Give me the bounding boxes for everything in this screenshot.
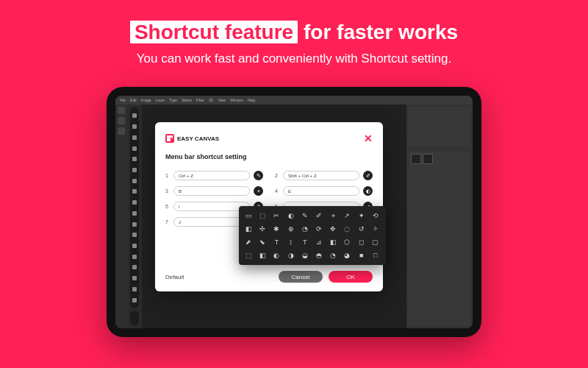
picker-tool-icon[interactable]: ◻ [356, 237, 367, 247]
picker-tool-icon[interactable]: ◐ [271, 250, 282, 261]
shortcut-row: 1 Ctrl + Z ✎ [165, 171, 263, 180]
tool-icon[interactable] [132, 168, 137, 172]
picker-tool-icon[interactable]: ✎ [300, 210, 310, 221]
tool-icon[interactable] [132, 113, 137, 118]
tool-icon[interactable] [132, 287, 137, 291]
row-number: 7 [165, 219, 170, 224]
menu-item[interactable]: Layer [156, 98, 165, 102]
tool-icon[interactable] [132, 146, 137, 151]
picker-tool-icon[interactable]: ◧ [328, 237, 338, 247]
tool-icon[interactable] [132, 265, 137, 269]
row-number: 2 [275, 173, 279, 178]
picker-tool-icon[interactable]: ◔ [328, 250, 338, 261]
tool-icon[interactable] [132, 200, 137, 205]
menu-item[interactable]: View [218, 98, 226, 102]
side-rail [115, 105, 127, 328]
shortcut-field[interactable]: Ctrl + Z [173, 171, 250, 180]
canvas-area: EASY CANVAS ✕ Menu bar shortcut setting … [142, 105, 406, 328]
cancel-button[interactable]: Cancel [279, 271, 323, 283]
menu-item[interactable]: Image [141, 98, 151, 102]
picker-tool-icon[interactable]: ◧ [257, 250, 268, 261]
menu-item[interactable]: File [120, 98, 126, 102]
tool-icon[interactable] [132, 179, 137, 183]
menu-item[interactable]: Help [248, 98, 255, 102]
tool-icon[interactable] [132, 298, 137, 302]
picker-tool-icon[interactable]: T [300, 237, 310, 247]
picker-tool-icon[interactable]: ⬈ [243, 237, 254, 247]
ok-button[interactable]: OK [329, 271, 373, 283]
picker-tool-icon[interactable]: ◕ [342, 250, 352, 261]
properties-panel[interactable] [409, 107, 470, 147]
picker-tool-icon[interactable]: ⬊ [257, 237, 268, 247]
picker-tool-icon[interactable]: ⌖ [328, 210, 338, 221]
tool-icon[interactable] [132, 233, 137, 237]
picker-tool-icon[interactable]: ▢ [370, 237, 381, 247]
shortcut-field[interactable]: B [173, 186, 250, 196]
app-menubar[interactable]: FileEditImageLayerTypeSelectFilter3DView… [115, 96, 473, 105]
picker-tool-icon[interactable]: ⟟ [286, 237, 296, 247]
picker-tool-icon[interactable]: ⬚ [257, 210, 268, 221]
picker-tool-icon[interactable]: ◓ [314, 250, 324, 261]
picker-tool-icon[interactable]: ◌ [342, 224, 352, 234]
tool-glyph-icon[interactable]: ✎ [254, 171, 263, 180]
picker-tool-icon[interactable]: ↗ [342, 210, 352, 221]
picker-tool-icon[interactable]: T [271, 237, 282, 247]
brand-logo-icon [165, 134, 174, 143]
tool-column[interactable] [127, 105, 142, 328]
headline: Shortcut feature for faster works [0, 21, 588, 44]
picker-tool-icon[interactable]: ⟳ [314, 224, 324, 234]
tool-icon[interactable] [132, 157, 137, 161]
picker-tool-icon[interactable]: ◐ [286, 210, 296, 221]
picker-tool-icon[interactable]: ✧ [370, 224, 381, 234]
picker-tool-icon[interactable]: ◒ [300, 250, 310, 261]
picker-tool-icon[interactable]: ✣ [257, 224, 268, 234]
picker-tool-icon[interactable]: ✥ [328, 224, 338, 234]
picker-tool-icon[interactable]: □ [370, 250, 381, 261]
picker-tool-icon[interactable]: ✂ [271, 210, 282, 221]
tool-picker-popup[interactable]: ▭⬚✂◐✎✐⌖↗✦⟲◧✣✱⊕◔⟳✥◌↺✧⬈⬊T⟟T⊿◧⬠◻▢⬚◧◐◑◒◓◔◕■□ [239, 206, 386, 265]
tool-icon[interactable] [132, 135, 137, 140]
picker-tool-icon[interactable]: ▭ [243, 210, 254, 221]
shortcut-row: 2 Shift + Ctrl + Z ✐ [275, 171, 373, 180]
tool-glyph-icon[interactable]: ◐ [363, 186, 373, 196]
tool-icon[interactable] [132, 189, 137, 194]
picker-tool-icon[interactable]: ⊿ [314, 237, 324, 247]
tool-icon[interactable] [132, 222, 137, 227]
shortcut-field[interactable]: E [283, 186, 359, 196]
shortcut-field[interactable]: Shift + Ctrl + Z [283, 171, 359, 180]
menu-item[interactable]: Select [182, 98, 192, 102]
picker-tool-icon[interactable]: ⊕ [286, 224, 296, 234]
menu-item[interactable]: Window [230, 98, 243, 102]
app-screen: FileEditImageLayerTypeSelectFilter3DView… [115, 96, 473, 328]
picker-tool-icon[interactable]: ✐ [314, 210, 324, 221]
picker-tool-icon[interactable]: ⬠ [342, 237, 352, 247]
menu-item[interactable]: Type [169, 98, 177, 102]
close-icon[interactable]: ✕ [364, 132, 373, 144]
headline-highlight: Shortcut feature [130, 21, 298, 43]
shortcut-row: 4 E ◐ [275, 186, 373, 196]
row-number: 3 [165, 188, 170, 194]
picker-tool-icon[interactable]: ✦ [356, 210, 367, 221]
menu-item[interactable]: 3D [209, 98, 213, 102]
picker-tool-icon[interactable]: ◔ [300, 224, 310, 234]
row-number: 1 [165, 173, 170, 178]
menu-item[interactable]: Filter [196, 98, 204, 102]
tool-glyph-icon[interactable]: ✐ [363, 171, 373, 180]
tool-icon[interactable] [132, 211, 137, 216]
tool-icon[interactable] [132, 255, 137, 259]
picker-tool-icon[interactable]: ◧ [243, 224, 254, 234]
tool-icon[interactable] [132, 244, 137, 248]
tool-icon[interactable] [132, 124, 137, 129]
picker-tool-icon[interactable]: ■ [356, 250, 367, 261]
default-button[interactable]: Default [165, 274, 184, 280]
tool-icon[interactable] [132, 276, 137, 280]
tool-glyph-icon[interactable]: ⌖ [254, 186, 263, 196]
picker-tool-icon[interactable]: ⟲ [370, 210, 381, 221]
picker-tool-icon[interactable]: ◑ [286, 250, 296, 261]
menu-item[interactable]: Edit [130, 98, 137, 102]
picker-tool-icon[interactable]: ⬚ [243, 250, 254, 261]
brand-name: EASY CANVAS [177, 135, 219, 142]
picker-tool-icon[interactable]: ↺ [356, 224, 367, 234]
layers-panel[interactable] [409, 152, 470, 326]
picker-tool-icon[interactable]: ✱ [271, 224, 282, 234]
